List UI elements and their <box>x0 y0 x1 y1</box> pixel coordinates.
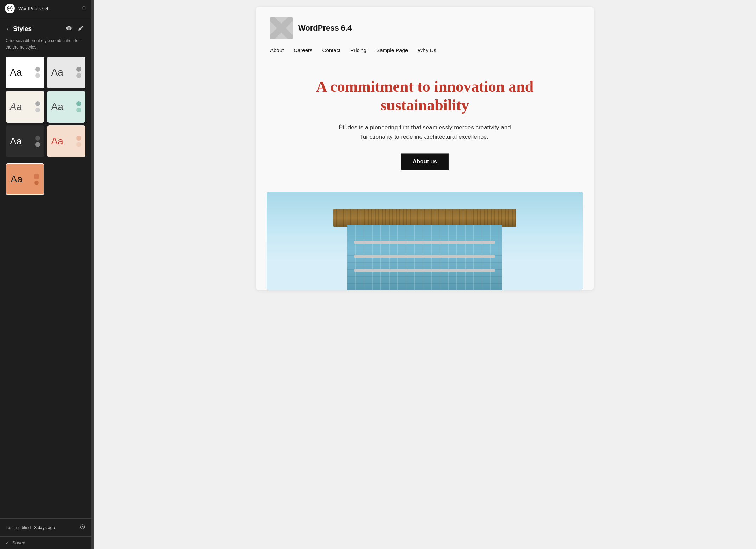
hero-subtitle: Études is a pioneering firm that seamles… <box>323 123 527 142</box>
saved-bar: ✓ Saved <box>0 536 91 549</box>
style-card-label: Aa <box>10 102 22 112</box>
dot-group <box>35 101 40 112</box>
edit-button[interactable] <box>76 24 85 34</box>
preview-header: WordPress 6.4 About Careers Contact Pric… <box>256 7 594 60</box>
dot-2 <box>35 142 40 147</box>
dot-2 <box>34 181 39 185</box>
style-card-label: Aa <box>10 67 22 77</box>
preview-card: WordPress 6.4 About Careers Contact Pric… <box>256 7 594 290</box>
style-card-label: Aa <box>11 174 23 184</box>
dot-2 <box>76 108 81 112</box>
building-structure <box>340 206 509 290</box>
search-icon[interactable]: ⚲ <box>82 5 86 12</box>
last-modified-value: 3 days ago <box>34 525 76 530</box>
styles-title: Styles <box>13 25 62 33</box>
preview-nav: About Careers Contact Pricing Sample Pag… <box>270 47 579 53</box>
dot-1 <box>76 101 81 106</box>
style-card-label: Aa <box>51 102 63 112</box>
hero-image <box>267 192 583 290</box>
app-title: WordPress 6.4 <box>18 6 78 11</box>
dot-1 <box>76 67 81 72</box>
dot-group <box>76 67 81 78</box>
style-card-dark[interactable]: Aa <box>6 125 44 157</box>
cta-button[interactable]: About us <box>401 153 449 170</box>
dot-group <box>76 136 81 147</box>
nav-item-careers[interactable]: Careers <box>294 47 312 53</box>
style-card-label: Aa <box>51 136 63 146</box>
metal-bar-1 <box>354 241 495 244</box>
style-card-peach[interactable]: Aa <box>47 125 86 157</box>
dot-group <box>34 174 39 185</box>
dot-group <box>35 136 40 147</box>
sidebar-top-bar: WordPress 6.4 ⚲ <box>0 0 91 17</box>
checkmark-icon: ✓ <box>6 540 9 545</box>
metal-bar-2 <box>354 255 495 258</box>
dot-2 <box>76 142 81 147</box>
styles-header: ‹ Styles <box>6 24 85 34</box>
nav-item-why-us[interactable]: Why Us <box>418 47 436 53</box>
styles-panel: ‹ Styles Choose a different style combin… <box>0 17 91 518</box>
dot-1 <box>35 67 40 72</box>
dot-group <box>35 67 40 78</box>
style-card-light-gray[interactable]: Aa <box>47 57 86 88</box>
preview-hero: A commitment to innovation and sustainab… <box>256 60 594 185</box>
site-logo <box>270 17 293 39</box>
style-card-white[interactable]: Aa <box>6 57 44 88</box>
style-card-cream[interactable]: Aa <box>6 91 44 123</box>
dot-1 <box>34 174 39 179</box>
metal-bar-3 <box>354 269 495 272</box>
nav-item-contact[interactable]: Contact <box>322 47 341 53</box>
history-button[interactable] <box>79 524 85 531</box>
hero-title: A commitment to innovation and sustainab… <box>270 78 579 115</box>
dot-1 <box>35 101 40 106</box>
style-grid: Aa Aa Aa <box>6 57 85 157</box>
style-card-mint[interactable]: Aa <box>47 91 86 123</box>
preview-button[interactable] <box>64 24 73 34</box>
styles-actions <box>64 24 85 34</box>
sidebar: WordPress 6.4 ⚲ ‹ Styles Choose a differ… <box>0 0 91 549</box>
dot-2 <box>35 108 40 112</box>
building-overlay <box>267 192 583 290</box>
preview-area: WordPress 6.4 About Careers Contact Pric… <box>94 0 756 549</box>
dot-group <box>76 101 81 112</box>
preview-brand: WordPress 6.4 <box>270 17 579 39</box>
dot-2 <box>35 73 40 78</box>
styles-description: Choose a different style combination for… <box>6 38 85 50</box>
nav-item-sample-page[interactable]: Sample Page <box>376 47 408 53</box>
saved-label: Saved <box>12 540 25 545</box>
style-card-orange[interactable]: Aa <box>6 163 44 195</box>
nav-item-about[interactable]: About <box>270 47 284 53</box>
dot-1 <box>76 136 81 141</box>
sidebar-footer: Last modified 3 days ago <box>0 518 91 536</box>
style-card-label: Aa <box>51 67 63 77</box>
dot-1 <box>35 136 40 141</box>
dot-2 <box>76 73 81 78</box>
nav-item-pricing[interactable]: Pricing <box>350 47 366 53</box>
site-title: WordPress 6.4 <box>298 24 352 33</box>
last-modified-label: Last modified <box>6 525 31 530</box>
style-card-label: Aa <box>10 136 22 146</box>
wp-logo <box>5 4 15 13</box>
back-button[interactable]: ‹ <box>6 25 10 33</box>
building-roof <box>333 209 516 227</box>
